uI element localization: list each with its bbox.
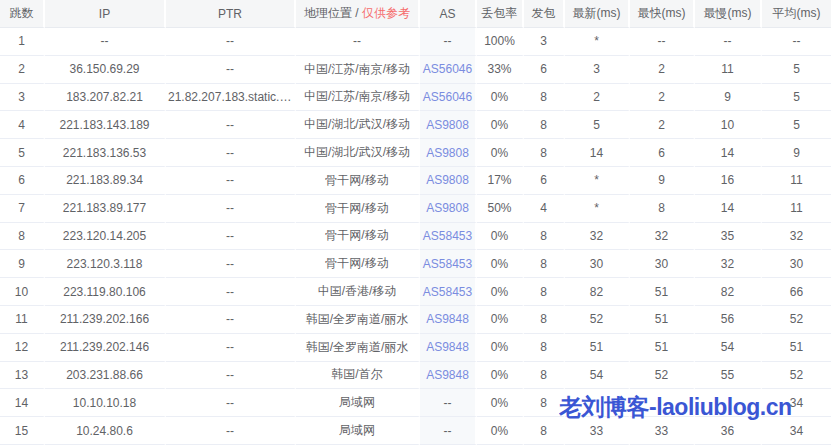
cell-slowest: 35 [695,223,762,251]
col-header-label: 跳数 [10,6,34,20]
as-number-link[interactable]: AS9808 [426,201,469,215]
cell-loss: 0% [477,389,524,417]
cell-location: 中国/江苏/南京/移动 [296,84,420,112]
as-number-link[interactable]: AS58453 [423,257,472,271]
col-header-loss: 丢包率 [477,0,524,28]
table-row: 236.150.69.29--中国/江苏/南京/移动AS5604633%6321… [0,56,831,84]
cell-ip: 221.183.143.189 [45,111,166,139]
as-number-link[interactable]: AS56046 [423,90,472,104]
col-header-label: 最慢(ms) [704,6,752,20]
as-number-link[interactable]: AS9848 [426,368,469,382]
cell-as: AS58453 [420,223,477,251]
col-header-label: 丢包率 [482,6,518,20]
cell-as: AS56046 [420,56,477,84]
cell-loss: 0% [477,278,524,306]
cell-ptr: -- [166,56,296,84]
cell-sent: 6 [524,167,565,195]
cell-slowest: 54 [695,334,762,362]
cell-fastest: 2 [630,56,695,84]
as-number-link[interactable]: AS56046 [423,62,472,76]
cell-fastest: 9 [630,167,695,195]
cell-ptr: -- [166,362,296,390]
cell-as: -- [420,417,477,445]
as-number-link[interactable]: AS9808 [426,118,469,132]
cell-sent: 8 [524,362,565,390]
cell-sent: 8 [524,278,565,306]
cell-ptr: -- [166,389,296,417]
cell-as: AS9808 [420,195,477,223]
cell-hop: 6 [0,167,45,195]
cell-sent: 8 [524,250,565,278]
cell-fastest: -- [630,28,695,56]
cell-avg: 51 [762,334,831,362]
cell-ptr: -- [166,195,296,223]
cell-latest: 32 [565,223,630,251]
cell-latest: 52 [565,306,630,334]
col-header-note: 仅供参考 [362,6,410,20]
cell-sent: 8 [524,334,565,362]
col-header-as: AS [420,0,477,28]
as-number-link[interactable]: AS9808 [426,173,469,187]
cell-avg: 5 [762,84,831,112]
cell-avg: 11 [762,195,831,223]
cell-ptr: -- [166,250,296,278]
cell-as: AS9848 [420,334,477,362]
cell-loss: 50% [477,195,524,223]
cell-slowest: 14 [695,139,762,167]
cell-location: 局域网 [296,417,420,445]
cell-as: AS58453 [420,250,477,278]
cell-slowest: 32 [695,250,762,278]
cell-ip: 211.239.202.166 [45,306,166,334]
cell-avg: 5 [762,56,831,84]
cell-slowest: 82 [695,278,762,306]
cell-loss: 17% [477,167,524,195]
col-header-label: IP [99,7,110,21]
table-row: 3183.207.82.2121.82.207.183.static.js.ch… [0,84,831,112]
cell-latest: 5 [565,111,630,139]
cell-fastest: 52 [630,362,695,390]
cell-ip: 223.119.80.106 [45,278,166,306]
col-header-label: 最新(ms) [573,6,621,20]
table-row: 1--------100%3*------ [0,28,831,56]
cell-ip: 221.183.89.177 [45,195,166,223]
cell-ptr: -- [166,278,296,306]
cell-ip: 203.231.88.66 [45,362,166,390]
cell-latest: 54 [565,362,630,390]
cell-ip: 223.120.14.205 [45,223,166,251]
cell-hop: 10 [0,278,45,306]
cell-hop: 5 [0,139,45,167]
cell-ptr: -- [166,223,296,251]
table-row: 9223.120.3.118--骨干网/移动AS584530%830303230 [0,250,831,278]
col-header-label: AS [439,7,455,21]
as-number-link[interactable]: AS58453 [423,285,472,299]
col-header-ptr: PTR [166,0,296,28]
cell-slowest: 16 [695,167,762,195]
cell-location: 韩国/首尔 [296,362,420,390]
as-number-link[interactable]: AS9848 [426,312,469,326]
table-row: 12211.239.202.146--韩国/全罗南道/丽水AS98480%851… [0,334,831,362]
cell-hop: 2 [0,56,45,84]
cell-fastest: 51 [630,306,695,334]
cell-latest: 14 [565,139,630,167]
col-header-fastest: 最快(ms) [630,0,695,28]
cell-location: 韩国/全罗南道/丽水 [296,334,420,362]
cell-latest: * [565,28,630,56]
col-header-sent: 发包 [524,0,565,28]
as-number-link[interactable]: AS9808 [426,146,469,160]
as-number-link[interactable]: AS9848 [426,340,469,354]
cell-avg: 9 [762,139,831,167]
cell-location: 中国/湖北/武汉/移动 [296,139,420,167]
cell-loss: 0% [477,250,524,278]
cell-as: AS9808 [420,139,477,167]
cell-avg: 11 [762,167,831,195]
cell-avg: 30 [762,250,831,278]
cell-fastest: 2 [630,84,695,112]
cell-loss: 0% [477,362,524,390]
cell-hop: 4 [0,111,45,139]
cell-loss: 0% [477,334,524,362]
as-number-link[interactable]: AS58453 [423,229,472,243]
col-header-location: 地理位置 / 仅供参考 [296,0,420,28]
cell-as: AS9808 [420,111,477,139]
col-header-label: 平均(ms) [773,6,821,20]
cell-slowest: 9 [695,84,762,112]
